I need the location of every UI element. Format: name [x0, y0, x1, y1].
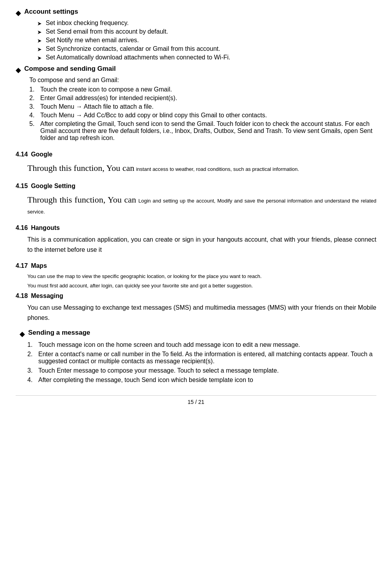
sending-message-header: ◆ Sending a message — [20, 329, 376, 338]
list-item: 1. Touch the create icon to compose a ne… — [29, 86, 376, 93]
section-418-intro: You can use Messaging to exchange text m… — [27, 303, 376, 323]
account-settings-section: ◆ Account settings ➤ Set inbox checking … — [16, 8, 376, 61]
step-text: Touch the create icon to compose a new G… — [40, 86, 172, 93]
section-417-num: 4.17 — [16, 262, 28, 269]
page-content: ◆ Account settings ➤ Set inbox checking … — [16, 8, 376, 405]
step-number: 2. — [27, 351, 38, 358]
list-item: 4. Touch Menu → Add Cc/Bcc to add copy o… — [29, 112, 376, 119]
account-settings-header: ◆ Account settings — [16, 8, 376, 17]
list-item: 3. Touch Menu → Attach file to attach a … — [29, 103, 376, 110]
list-item-text: Set Send email from this account by defa… — [46, 28, 168, 35]
sending-message-title: Sending a message — [28, 329, 90, 337]
step-number: 1. — [27, 341, 38, 348]
section-416-title: Hangouts — [31, 224, 60, 231]
list-item: 2. Enter Gmail address(es) for intended … — [29, 95, 376, 102]
section-415-text: Through this function, You can Login and… — [27, 193, 376, 217]
compose-gmail-header: ◆ Compose and sending Gmail — [16, 65, 376, 74]
section-415-title: Google Setting — [31, 183, 75, 190]
section-416: 4.16 Hangouts This is a communication ap… — [16, 224, 376, 255]
section-414-small: instant access to weather, road conditio… — [136, 166, 299, 172]
list-item: 1. Touch message icon on the home screen… — [27, 341, 376, 348]
compose-intro: To compose and send an Gmail: — [29, 77, 376, 84]
step-number: 4. — [29, 112, 40, 119]
arrow-icon: ➤ — [37, 29, 42, 35]
list-item: ➤ Set inbox checking frequency. — [37, 20, 376, 27]
arrow-icon: ➤ — [37, 55, 42, 61]
list-item: 3. Touch Enter message to compose your m… — [27, 367, 376, 374]
section-417-title: Maps — [31, 262, 47, 269]
list-item: 5. After completing the Gmail, Touch sen… — [29, 120, 376, 142]
list-item: ➤ Set Synchronize contacts, calendar or … — [37, 45, 376, 52]
compose-steps-list: 1. Touch the create icon to compose a ne… — [29, 86, 376, 142]
section-415-header: 4.15 Google Setting — [16, 183, 376, 190]
account-settings-list: ➤ Set inbox checking frequency. ➤ Set Se… — [37, 20, 376, 61]
step-text: After completing the message, touch Send… — [38, 377, 253, 384]
list-item: 2. Enter a contact's name or call number… — [38, 351, 376, 365]
section-418-num: 4.18 — [16, 292, 28, 300]
list-item: ➤ Set Automatically download attachments… — [37, 54, 376, 61]
section-414-large: Through this function, You can — [27, 163, 134, 173]
section-416-header: 4.16 Hangouts — [16, 224, 376, 231]
step-text: After completing the Gmail, Touch send i… — [40, 120, 376, 142]
step-text: Enter Gmail address(es) for intended rec… — [40, 95, 177, 102]
section-414-text: Through this function, You can instant a… — [27, 161, 376, 175]
list-item: 4. After completing the message, touch S… — [27, 377, 376, 384]
page-number: 15 / 21 — [16, 395, 376, 405]
section-417-line2: You must first add account, after login,… — [27, 282, 376, 290]
section-416-num: 4.16 — [16, 224, 28, 231]
step-number: 2. — [29, 95, 40, 102]
step-number: 3. — [29, 103, 40, 110]
section-418: 4.18 Messaging You can use Messaging to … — [16, 292, 376, 384]
section-414-num: 4.14 — [16, 151, 28, 158]
step-text: Touch message icon on the home screen an… — [38, 341, 300, 348]
diamond-icon: ◆ — [16, 66, 21, 74]
step-number: 3. — [27, 367, 38, 374]
account-settings-title: Account settings — [24, 8, 78, 16]
step-text: Touch Menu → Attach file to attach a fil… — [40, 103, 154, 110]
section-416-body: This is a communication application, you… — [27, 235, 376, 255]
section-418-title: Messaging — [31, 292, 63, 300]
step-text: Touch Menu → Add Cc/Bcc to add copy or b… — [40, 112, 267, 119]
diamond-icon: ◆ — [20, 330, 25, 338]
section-414-body: Through this function, You can instant a… — [27, 161, 376, 175]
list-item-text: Set Automatically download attachments w… — [46, 54, 230, 61]
section-417-header: 4.17 Maps — [16, 262, 376, 269]
section-417-line1: You can use the map to view the specific… — [27, 273, 376, 280]
list-item: ➤ Set Send email from this account by de… — [37, 28, 376, 35]
section-416-text: This is a communication application, you… — [27, 235, 376, 255]
compose-gmail-section: ◆ Compose and sending Gmail To compose a… — [16, 65, 376, 142]
arrow-icon: ➤ — [37, 46, 42, 52]
section-415: 4.15 Google Setting Through this functio… — [16, 183, 376, 217]
arrow-icon: ➤ — [37, 20, 42, 27]
list-item-text: Set inbox checking frequency. — [46, 20, 129, 27]
section-414: 4.14 Google Through this function, You c… — [16, 151, 376, 175]
section-415-large: Through this function, You can — [27, 195, 136, 204]
section-415-num: 4.15 — [16, 183, 28, 190]
arrow-icon: ➤ — [37, 38, 42, 44]
step-text-2-line1: Enter a contact's name or call number in… — [38, 351, 376, 365]
step-text: Touch Enter message to compose your mess… — [38, 367, 279, 374]
sending-steps-list: 1. Touch message icon on the home screen… — [27, 341, 376, 384]
step-number: 4. — [27, 377, 38, 384]
list-item-text: Set Notify me when email arrives. — [46, 37, 139, 44]
step-number: 5. — [29, 120, 40, 127]
diamond-icon: ◆ — [16, 9, 21, 17]
section-415-body: Through this function, You can Login and… — [27, 193, 376, 217]
list-item-text: Set Synchronize contacts, calendar or Gm… — [46, 45, 220, 52]
section-414-header: 4.14 Google — [16, 151, 376, 158]
section-414-title: Google — [31, 151, 52, 158]
compose-gmail-title: Compose and sending Gmail — [24, 65, 116, 73]
section-417: 4.17 Maps You can use the map to view th… — [16, 262, 376, 289]
step-number: 1. — [29, 86, 40, 93]
section-418-header: 4.18 Messaging — [16, 292, 376, 300]
list-item: ➤ Set Notify me when email arrives. — [37, 37, 376, 44]
